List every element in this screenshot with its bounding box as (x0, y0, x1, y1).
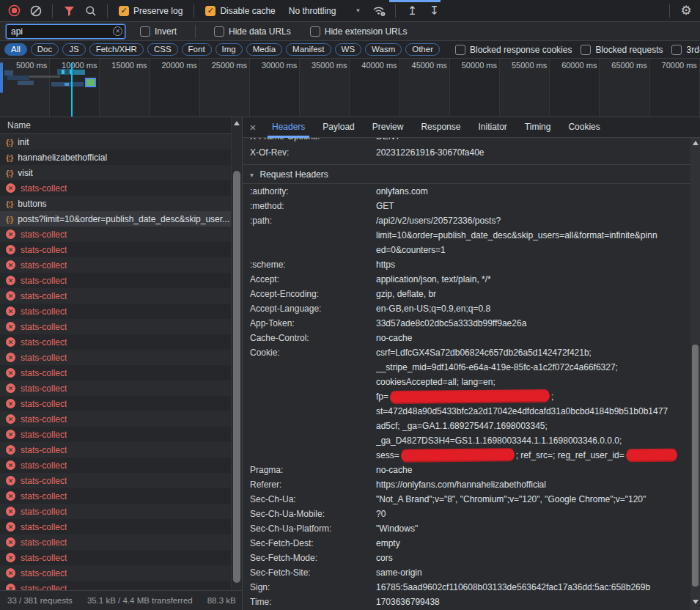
request-row[interactable]: {:} ✕ stats-collect (0, 227, 231, 242)
request-row[interactable]: {:} ✕ stats-collect (0, 288, 231, 304)
request-row[interactable]: {:} ✕ posts?limit=10&order=publish_date_… (0, 211, 231, 227)
request-row[interactable]: {:} ✕ stats-collect (0, 257, 231, 273)
request-row[interactable]: {:} ✕ stats-collect (0, 334, 231, 350)
checkbox-icon[interactable] (455, 45, 465, 55)
preserve-log-checkbox[interactable]: Preserve log (114, 6, 187, 16)
checkbox-checked-icon[interactable] (205, 6, 215, 16)
filter-bar: ✕ Invert Hide data URLs Hide extension U… (0, 22, 700, 41)
invert-label: Invert (155, 26, 177, 37)
scrollbar-up-arrow[interactable] (693, 141, 699, 145)
resource-type-chip[interactable]: WS (335, 43, 362, 56)
checkbox-icon[interactable] (310, 26, 320, 37)
scrollbar-thumb[interactable] (233, 171, 240, 583)
resource-type-chip[interactable]: All (4, 43, 27, 56)
request-row[interactable]: {:} ✕ stats-collect (0, 504, 231, 519)
detail-tab[interactable]: Preview (365, 117, 411, 138)
resource-type-chip[interactable]: Wasm (365, 43, 402, 56)
clear-filter-icon[interactable]: ✕ (113, 26, 122, 36)
request-row[interactable]: {:} ✕ stats-collect (0, 381, 231, 396)
header-key: Accept: (250, 272, 376, 287)
checkbox-checked-icon[interactable] (119, 6, 129, 16)
resource-type-chip[interactable]: Manifest (286, 43, 331, 56)
request-row[interactable]: {:} ✕ stats-collect (0, 180, 231, 196)
checkbox-icon[interactable] (671, 45, 682, 55)
request-row[interactable]: {:} ✕ stats-collect (0, 427, 231, 442)
request-row[interactable]: {:} ✕ stats-collect (0, 242, 231, 257)
request-row[interactable]: {:} ✕ stats-collect (0, 488, 231, 504)
resource-type-chip[interactable]: Other (405, 43, 440, 56)
request-row[interactable]: {:} ✕ stats-collect (0, 565, 231, 581)
filter-toggle-button[interactable] (59, 1, 78, 21)
request-row[interactable]: {:} ✕ buttons (0, 196, 231, 211)
blocked-response-cookies-checkbox[interactable]: Blocked response cookies (452, 45, 575, 55)
detail-tab[interactable]: Headers (265, 117, 312, 138)
request-row[interactable]: {:} ✕ stats-collect (0, 581, 231, 590)
detail-tab[interactable]: Cookies (561, 117, 607, 138)
third-party-requests-checkbox[interactable]: 3rd-party requests (668, 45, 700, 55)
toolbar-divider (669, 4, 670, 18)
timeline-tick: 55000 ms (500, 59, 550, 117)
resource-type-chip[interactable]: Media (246, 43, 282, 56)
search-button[interactable] (81, 1, 100, 21)
checkbox-icon[interactable] (581, 45, 591, 55)
request-row[interactable]: {:} ✕ hannahelizabethofficial (0, 150, 231, 165)
hide-data-urls-checkbox[interactable]: Hide data URLs (210, 26, 295, 37)
scrollbar-up-arrow[interactable] (234, 121, 240, 125)
blocked-requests-checkbox[interactable]: Blocked requests (578, 45, 666, 55)
invert-checkbox[interactable]: Invert (136, 26, 181, 37)
timeline-left-handle[interactable] (0, 62, 3, 93)
detail-tab[interactable]: Payload (315, 117, 361, 138)
scrollbar-thumb[interactable] (692, 345, 699, 587)
detail-tab[interactable]: Response (413, 117, 468, 138)
request-row[interactable]: {:} ✕ stats-collect (0, 365, 231, 381)
request-row[interactable]: {:} ✕ stats-collect (0, 273, 231, 288)
record-icon (8, 4, 21, 17)
resource-type-chip[interactable]: Font (182, 43, 212, 56)
resource-type-chip[interactable]: CSS (147, 43, 178, 56)
checkbox-icon[interactable] (140, 26, 150, 37)
timeline-tick: 45000 ms (400, 59, 450, 117)
request-row[interactable]: {:} ✕ stats-collect (0, 411, 231, 427)
hide-extension-urls-checkbox[interactable]: Hide extension URLs (306, 26, 412, 37)
request-row[interactable]: {:} ✕ stats-collect (0, 534, 231, 550)
resource-type-chip[interactable]: Img (215, 43, 243, 56)
request-row[interactable]: {:} ✕ stats-collect (0, 519, 231, 534)
import-har-button[interactable]: ↥ (402, 1, 421, 21)
resource-type-chip[interactable]: Fetch/XHR (89, 43, 144, 56)
cookie-line-redacted: sess=; ref_src=; reg_ref_user_id= (376, 448, 692, 463)
request-name: stats-collect (21, 522, 67, 532)
request-row[interactable]: {:} ✕ stats-collect (0, 319, 231, 334)
cookie-line: _ga_D4827DS3H4=GS1.1.1698003344.1.1.1698… (376, 433, 692, 448)
request-row[interactable]: {:} ✕ stats-collect (0, 350, 231, 365)
request-row[interactable]: {:} ✕ stats-collect (0, 473, 231, 488)
request-row[interactable]: {:} ✕ stats-collect (0, 396, 231, 411)
header-row: :method: GET (250, 199, 692, 213)
request-row[interactable]: {:} ✕ stats-collect (0, 304, 231, 319)
detail-tab[interactable]: Initiator (471, 117, 514, 138)
export-har-button[interactable]: ↧ (424, 1, 443, 21)
detail-tab[interactable]: Timing (517, 117, 559, 138)
close-detail-icon[interactable]: × (243, 121, 263, 133)
scrollbar-down-arrow[interactable] (693, 600, 699, 604)
request-list-scrollbar[interactable] (231, 117, 242, 590)
detail-scrollbar[interactable] (690, 138, 700, 610)
request-row[interactable]: {:} ✕ stats-collect (0, 550, 231, 565)
network-overview-timeline[interactable]: 5000 ms 10000 ms 15000 ms 20000 ms 25000… (0, 59, 700, 117)
clear-network-log-button[interactable] (26, 1, 45, 21)
waterfall-bar (4, 70, 13, 76)
checkbox-icon[interactable] (214, 26, 224, 37)
request-row[interactable]: {:} ✕ stats-collect (0, 442, 231, 457)
request-row[interactable]: {:} ✕ init (0, 134, 231, 150)
throttling-dropdown[interactable]: No throttling ▼ (283, 6, 367, 16)
network-conditions-button[interactable] (369, 1, 388, 21)
request-row[interactable]: {:} ✕ visit (0, 165, 231, 180)
request-row[interactable]: {:} ✕ stats-collect (0, 457, 231, 473)
request-headers-section[interactable]: ▾ Request Headers (243, 164, 692, 184)
resource-type-chip[interactable]: JS (62, 43, 85, 56)
resource-type-chip[interactable]: Doc (31, 43, 59, 56)
settings-button[interactable]: ⚙ (677, 1, 696, 21)
filter-input[interactable] (6, 24, 125, 39)
name-column-header[interactable]: Name (0, 117, 242, 134)
record-network-log-button[interactable] (4, 1, 23, 21)
disable-cache-checkbox[interactable]: Disable cache (201, 6, 279, 16)
